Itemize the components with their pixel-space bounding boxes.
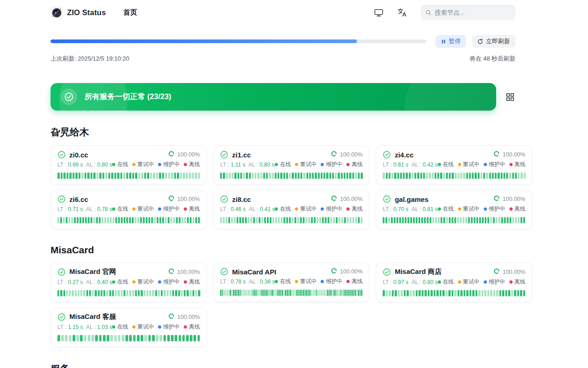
- legend-dot-icon: [112, 207, 115, 211]
- service-card[interactable]: zi8.cc100.00%LT : 0.46 s AL : 0.41 s在线重试…: [213, 190, 369, 229]
- display-mode-button[interactable]: [372, 6, 385, 19]
- uptime-history-bars: [57, 173, 200, 179]
- history-bar: [413, 217, 415, 223]
- refresh-icon: [477, 39, 483, 45]
- legend-item: 离线: [509, 161, 526, 168]
- history-bar: [184, 290, 186, 296]
- language-button[interactable]: [396, 6, 409, 19]
- history-bar: [234, 217, 236, 223]
- nav-home-link[interactable]: 首页: [124, 8, 137, 17]
- search-input[interactable]: [435, 9, 511, 16]
- translate-icon: [397, 8, 407, 17]
- service-card[interactable]: zi1.cc100.00%LT : 1.11 s AL : 0.80 s在线重试…: [213, 145, 369, 185]
- service-card[interactable]: MisaCard API100.00%LT : 0.78 s AL : 0.36…: [213, 262, 369, 302]
- history-bar: [223, 217, 225, 223]
- pause-button[interactable]: 暂停: [435, 35, 466, 48]
- service-card[interactable]: MisaCard 客服100.00%LT : 1.15 s AL : 1.03 …: [51, 307, 207, 347]
- service-card[interactable]: zi4.cc100.00%LT : 0.61 s AL : 0.42 s在线重试…: [376, 145, 532, 185]
- history-bar: [95, 335, 98, 341]
- history-bar: [512, 173, 514, 179]
- history-bar: [397, 173, 399, 179]
- legend-item: 离线: [184, 205, 200, 213]
- history-bar: [159, 173, 161, 179]
- latency-values: LT : 1.15 s AL : 1.03 s: [57, 324, 112, 330]
- history-bar: [523, 290, 526, 296]
- all-operational-banner: 所有服务一切正常 (23/23): [51, 83, 496, 111]
- site-logo[interactable]: [51, 6, 63, 19]
- history-bar: [344, 173, 345, 179]
- service-card[interactable]: MisaCard 商店100.00%LT : 0.97 s AL : 0.80 …: [376, 262, 532, 302]
- legend-label: 重试中: [300, 161, 317, 168]
- history-bar: [324, 290, 325, 296]
- history-bar: [356, 290, 358, 296]
- legend-dot-icon: [509, 207, 513, 211]
- history-bar: [174, 173, 176, 179]
- history-bar: [479, 217, 481, 223]
- legend-dot-icon: [295, 163, 298, 166]
- history-bar: [220, 290, 221, 296]
- history-bar: [57, 335, 60, 341]
- history-bar: [115, 290, 117, 296]
- service-card[interactable]: zi0.cc100.00%LT : 0.69 s AL : 0.80 s在线重试…: [51, 145, 207, 185]
- history-bar: [458, 173, 459, 179]
- legend-item: 维护中: [158, 161, 180, 168]
- history-bar: [259, 290, 260, 296]
- history-bar: [250, 217, 252, 223]
- history-bar: [85, 173, 87, 179]
- legend-dot-icon: [184, 207, 187, 211]
- history-bar: [322, 217, 324, 223]
- history-bar: [515, 173, 517, 179]
- history-bar: [329, 173, 331, 179]
- legend-item: 离线: [346, 278, 362, 285]
- service-card[interactable]: zi6.cc100.00%LT : 0.71 s AL : 0.78 s在线重试…: [51, 190, 207, 229]
- history-bar: [158, 290, 160, 296]
- history-bar: [286, 173, 288, 179]
- history-bar: [272, 290, 273, 296]
- history-bar: [96, 217, 98, 223]
- legend-item: 离线: [509, 278, 526, 286]
- history-bar: [314, 290, 316, 296]
- history-bar: [476, 217, 478, 223]
- refresh-now-button[interactable]: 立即刷新: [472, 35, 515, 48]
- legend-label: 在线: [280, 278, 291, 285]
- history-bar: [515, 217, 517, 223]
- history-bar: [317, 290, 319, 296]
- history-bar: [278, 217, 280, 223]
- history-bar: [141, 335, 143, 341]
- history-bar: [261, 217, 263, 223]
- history-bar: [121, 290, 123, 296]
- history-bar: [424, 290, 427, 296]
- history-bar: [326, 290, 327, 296]
- history-bar: [452, 290, 454, 296]
- status-legend: 在线重试中维护中离线: [275, 205, 362, 213]
- legend-label: 重试中: [300, 278, 317, 285]
- service-card[interactable]: gal.games100.00%LT : 0.70 s AL : 0.81 s在…: [376, 190, 532, 229]
- history-bar: [83, 290, 85, 296]
- history-bar: [303, 217, 305, 223]
- history-bar: [155, 290, 157, 296]
- layout-grid-button[interactable]: [505, 92, 515, 102]
- service-card-header: zi0.cc100.00%: [57, 151, 200, 159]
- history-bar: [259, 217, 260, 223]
- history-bar: [421, 217, 423, 223]
- service-card[interactable]: MisaCard 官网100.00%LT : 0.27 s AL : 0.40 …: [51, 262, 207, 302]
- history-bar: [289, 217, 291, 223]
- history-bar: [292, 217, 294, 223]
- history-bar: [306, 290, 307, 296]
- history-bar: [126, 217, 128, 223]
- history-bar: [102, 173, 105, 179]
- history-bar: [261, 290, 262, 296]
- uptime-history-bars: [383, 217, 525, 223]
- legend-label: 离线: [351, 161, 362, 168]
- section-title: 服务: [51, 362, 515, 368]
- history-bar: [272, 217, 274, 223]
- history-bar: [321, 173, 322, 179]
- history-bar: [248, 217, 249, 223]
- history-bar: [410, 290, 412, 296]
- history-bar: [57, 173, 60, 179]
- uptime-ring-icon: [168, 195, 175, 203]
- status-banner-row: 所有服务一切正常 (23/23): [51, 83, 515, 111]
- legend-dot-icon: [484, 207, 487, 211]
- legend-label: 在线: [280, 161, 291, 168]
- history-bar: [67, 173, 69, 179]
